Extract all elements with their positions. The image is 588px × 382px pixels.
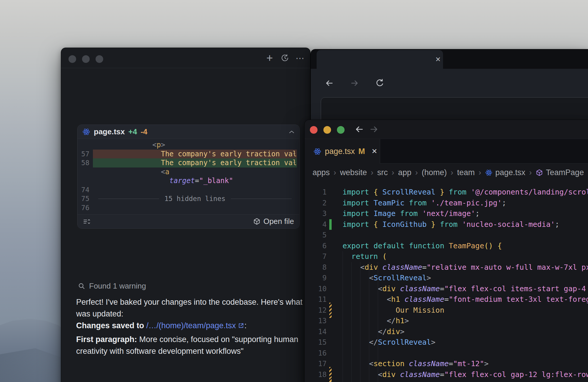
gutter-marker [329,262,332,273]
code-line[interactable]: 14 </div> [305,326,588,337]
browser-tab[interactable]: ✕ [317,50,443,69]
code-line[interactable]: 15 </ScrollReveal> [305,337,588,348]
line-number: 7 [305,252,327,261]
minimize-window-button[interactable] [323,126,331,134]
breadcrumb-item[interactable]: apps [313,168,330,177]
diff-line: target="_blank" [78,176,297,185]
code-line[interactable]: 11 <h1 className="font-medium text-3xl t… [305,294,588,305]
code-line[interactable]: 13 </h1> [305,316,588,326]
minimize-window-button[interactable] [82,55,90,63]
expand-lines-icon[interactable] [83,218,91,225]
react-file-icon [485,169,492,176]
line-number: 75 [78,195,93,202]
code-line[interactable]: 2import TeamPic from './team-pic.jpg'; [305,198,588,209]
code-line[interactable]: 12 Our Mission [305,305,588,316]
code-area[interactable]: 1import { ScrollReveal } from '@/compone… [305,187,588,382]
line-number: 5 [305,231,327,239]
history-icon[interactable] [280,53,290,63]
line-number: 58 [78,159,93,167]
code-line[interactable]: 10 <div className="flex flex-col items-s… [305,284,588,294]
chevron-right-icon: › [392,168,394,177]
gutter-marker [329,187,332,198]
gutter-modified-marker [329,378,332,382]
gutter-marker [329,284,332,294]
chevron-right-icon: › [371,168,373,177]
code-line[interactable]: 7 return ( [305,251,588,262]
gutter-marker [329,273,332,284]
back-icon[interactable] [354,124,365,135]
line-number: 9 [305,274,327,282]
chevron-right-icon: › [451,168,453,177]
assistant-reply: Perfect! I've baked your changes into th… [76,296,304,357]
forward-icon[interactable] [369,124,379,135]
code-line[interactable]: 6export default function TeamPage() { [305,241,588,252]
warning-status-text: Found 1 warning [89,282,146,291]
forward-icon[interactable] [350,78,360,88]
gutter-marker [329,348,332,359]
browser-tabstrip: ✕ [311,49,588,69]
code-line[interactable]: 16 [305,348,588,359]
gutter-marker [329,316,332,326]
hidden-lines-label[interactable]: 15 hidden lines [164,195,225,202]
open-file-button[interactable]: Open file [253,217,294,226]
diff-card-header[interactable]: page.tsx +4 -4 [78,125,299,139]
editor-window: page.tsx M ✕ apps › website › src › app … [304,120,588,382]
code-line[interactable]: 17 <section className="mt-12"> [305,358,588,369]
editor-tab-page-tsx[interactable]: page.tsx M ✕ [305,139,380,164]
chevron-right-icon: › [529,168,532,177]
breadcrumb-item[interactable]: team [457,168,475,177]
line-number: 1 [305,188,327,196]
breadcrumb-item[interactable]: app [398,168,411,177]
first-paragraph-line: First paragraph: More concise, focused o… [76,334,304,357]
gutter-marker [329,337,332,348]
breadcrumb-symbol[interactable]: TeamPage [546,168,584,177]
reply-paragraph: Perfect! I've baked your changes into th… [76,296,304,320]
close-window-button[interactable] [69,55,76,63]
line-number: 76 [78,204,93,212]
line-number: 3 [305,210,327,218]
new-chat-button[interactable]: + [264,53,275,63]
back-icon[interactable] [324,78,334,88]
breadcrumb-item[interactable]: (home) [422,168,447,177]
saved-file-path: /…/(home)/team/page.tsx [146,320,236,331]
line-number: 10 [305,285,327,293]
breadcrumb[interactable]: apps › website › src › app › (home) › te… [313,163,588,182]
line-number: 17 [305,360,327,368]
modified-badge: M [358,147,365,156]
editor-tabbar: page.tsx M ✕ [305,139,588,164]
reload-icon[interactable] [375,78,385,88]
editor-titlebar [305,120,588,139]
changes-saved-line: Changes saved to /…/(home)/team/page.tsx… [76,320,304,331]
reply-text: Perfect! I've baked your changes into th… [76,298,303,318]
saved-file-link[interactable]: /…/(home)/team/page.tsx [146,320,245,331]
warning-status: Found 1 warning [78,282,146,291]
code-line[interactable]: 9 <ScrollReveal> [305,273,588,284]
breadcrumb-item[interactable]: website [340,168,367,177]
code-line[interactable]: 3import Image from 'next/image'; [305,208,588,219]
gutter-added-marker [329,219,332,230]
open-file-label: Open file [263,217,294,226]
diff-line: 7515 hidden lines [78,194,297,203]
line-number: 8 [305,263,327,272]
more-options-button[interactable]: ⋯ [295,53,305,63]
breadcrumb-file[interactable]: page.tsx [495,168,525,177]
react-file-icon [313,148,321,155]
breadcrumb-item[interactable]: src [377,168,388,177]
zoom-window-button[interactable] [337,126,345,134]
diff-line: <a [78,167,297,177]
chevron-up-icon[interactable] [289,130,295,134]
close-window-button[interactable] [310,126,318,134]
code-line[interactable]: 18 <div className="flex flex-col gap-12 … [305,369,588,380]
code-line[interactable]: 5 [305,230,588,241]
chevron-right-icon: › [415,168,418,177]
code-line[interactable]: 1import { ScrollReveal } from '@/compone… [305,187,588,198]
code-line[interactable]: 4import { IconGithub } from 'nucleo-soci… [305,219,588,230]
diff-card: page.tsx +4 -4 <p>57 The company's early… [77,125,300,229]
code-line[interactable]: 19 {/* Main content - text */} [305,380,588,382]
diff-line: 57 The company's early traction val [78,150,297,159]
diff-line: <p> [78,140,297,150]
code-line[interactable]: 8 <div className="relative mx-auto w-ful… [305,262,588,273]
close-tab-icon[interactable]: ✕ [434,55,442,63]
zoom-window-button[interactable] [96,55,103,63]
close-tab-icon[interactable]: ✕ [372,147,377,155]
